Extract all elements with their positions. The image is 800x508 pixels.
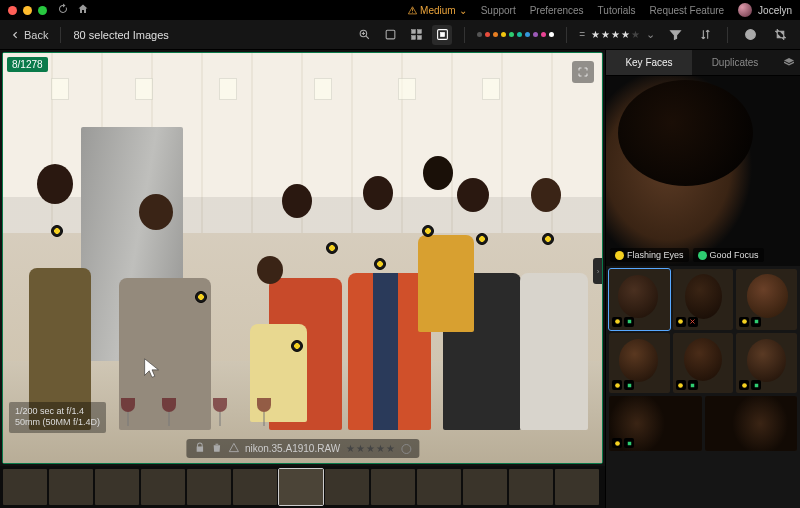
selection-count: 80 selected Images [73,29,168,41]
user-menu[interactable]: Jocelyn [738,3,792,17]
filmstrip-thumb[interactable] [233,469,277,505]
chevron-down-icon: ⌄ [459,5,467,16]
priority-label: Medium [420,5,456,16]
face-thumb[interactable] [609,269,670,330]
svg-rect-5 [417,36,421,40]
image-viewer[interactable]: 8/1278 › [2,52,603,464]
zoom-window-button[interactable] [38,6,47,15]
image-counter: 8/1278 [7,57,48,72]
badge-flashing-eyes: Flashing Eyes [610,248,689,262]
exif-line2: 50mm (50MM f/1.4D) [15,417,100,429]
badge-good-focus: Good Focus [693,248,764,262]
minimize-window-button[interactable] [23,6,32,15]
view-grid-icon[interactable] [406,25,426,45]
face-thumb[interactable] [609,333,670,394]
filmstrip-thumb[interactable] [555,469,599,505]
layers-icon[interactable] [778,50,800,75]
face-thumb[interactable] [673,333,734,394]
sort-icon[interactable] [695,25,715,45]
svg-rect-10 [627,320,631,324]
svg-rect-4 [411,36,415,40]
face-thumb[interactable] [609,396,702,451]
toolbar: Back 80 selected Images = ★★ ★★ ★ ⌄ [0,20,800,50]
chevron-down-icon: ⌄ [646,28,655,41]
menu-support[interactable]: Support [481,5,516,16]
filmstrip[interactable] [0,466,605,508]
filmstrip-thumb[interactable] [279,469,323,505]
svg-point-16 [678,383,683,388]
filmstrip-thumb[interactable] [187,469,231,505]
svg-point-11 [678,319,683,324]
info-icon[interactable] [740,25,760,45]
menu-preferences[interactable]: Preferences [530,5,584,16]
filter-icon[interactable] [665,25,685,45]
filmstrip-thumb[interactable] [3,469,47,505]
panel-collapse-handle[interactable]: › [593,258,603,284]
svg-rect-3 [417,30,421,34]
refresh-icon[interactable] [57,3,69,17]
svg-rect-15 [627,384,631,388]
menu-tutorials[interactable]: Tutorials [598,5,636,16]
svg-rect-1 [386,30,395,39]
trash-icon[interactable] [211,442,222,455]
svg-rect-13 [755,320,759,324]
window-controls [8,6,47,15]
color-label-circle[interactable] [401,444,411,454]
exif-line1: 1/200 sec at f/1.4 [15,406,100,418]
back-button[interactable]: Back [10,29,48,41]
crop-icon[interactable] [770,25,790,45]
filmstrip-thumb[interactable] [509,469,553,505]
svg-point-12 [742,319,747,324]
close-window-button[interactable] [8,6,17,15]
rating-filter[interactable]: = ★★ ★★ ★ ⌄ [579,28,655,41]
zoom-group [354,25,452,45]
filename: nikon.35.A1910.RAW [245,443,340,454]
view-loupe-icon[interactable] [432,25,452,45]
filmstrip-thumb[interactable] [95,469,139,505]
exif-overlay: 1/200 sec at f/1.4 50mm (50MM f/1.4D) [9,402,106,433]
face-thumb[interactable] [736,269,797,330]
lock-icon[interactable] [194,442,205,455]
cursor-icon [141,357,163,381]
zoom-in-icon[interactable] [354,25,374,45]
home-icon[interactable] [77,3,89,17]
warning-icon[interactable] [228,442,239,455]
filmstrip-thumb[interactable] [49,469,93,505]
file-info-bar: nikon.35.A1910.RAW ★★ ★★ ★ [186,439,419,458]
user-name: Jocelyn [758,5,792,16]
fullscreen-button[interactable] [572,61,594,83]
filmstrip-thumb[interactable] [141,469,185,505]
face-grid [606,266,800,396]
priority-selector[interactable]: Medium ⌄ [408,5,467,16]
tab-key-faces[interactable]: Key Faces [606,50,692,75]
avatar [738,3,752,17]
filmstrip-thumb[interactable] [371,469,415,505]
inspector-tabs: Key Faces Duplicates [606,50,800,76]
filmstrip-thumb[interactable] [463,469,507,505]
filmstrip-thumb[interactable] [325,469,369,505]
color-label-dots[interactable] [477,32,554,37]
back-label: Back [24,29,48,41]
tab-duplicates[interactable]: Duplicates [692,50,778,75]
face-thumb[interactable] [673,269,734,330]
svg-rect-19 [755,384,759,388]
inspector-panel: Key Faces Duplicates Flashing Eyes Good … [605,50,800,508]
svg-rect-7 [440,32,444,36]
eye-status-icon [615,251,624,260]
focus-status-icon [698,251,707,260]
view-single-icon[interactable] [380,25,400,45]
titlebar: Medium ⌄ Support Preferences Tutorials R… [0,0,800,20]
rating-stars[interactable]: ★★ ★★ ★ [346,443,395,454]
filmstrip-thumb[interactable] [417,469,461,505]
svg-rect-2 [411,30,415,34]
svg-rect-17 [691,384,695,388]
menu-request-feature[interactable]: Request Feature [650,5,725,16]
equals-icon: = [579,29,585,40]
svg-point-18 [742,383,747,388]
svg-point-9 [615,319,620,324]
face-thumb[interactable] [736,333,797,394]
svg-point-14 [615,383,620,388]
app-menu: Medium ⌄ Support Preferences Tutorials R… [408,3,792,17]
primary-face-preview[interactable]: Flashing Eyes Good Focus [606,76,800,266]
face-thumb[interactable] [705,396,798,451]
